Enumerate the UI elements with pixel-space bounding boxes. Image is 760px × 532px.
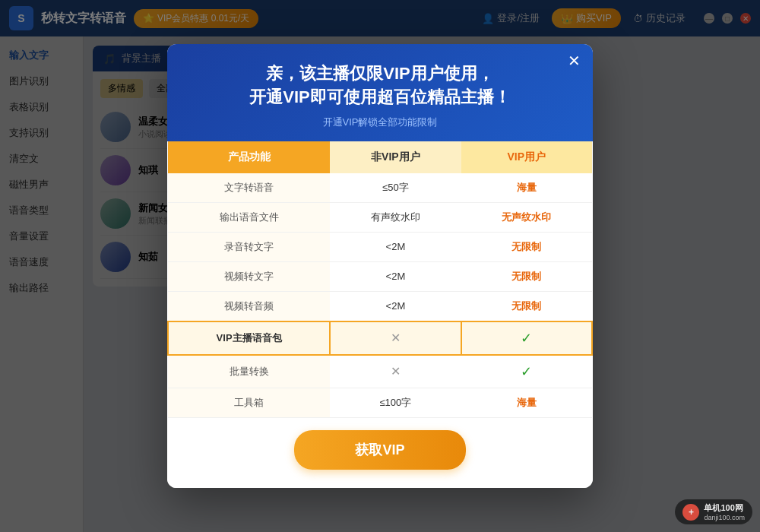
vip-cell: 无声纹水印 — [461, 202, 592, 232]
vip-modal: ✕ 亲，该主播仅限VIP用户使用， 开通VIP即可使用超百位精品主播！ 开通VI… — [167, 44, 593, 488]
non-vip-cell: 有声纹水印 — [330, 202, 461, 232]
non-vip-cell: <2M — [330, 232, 461, 261]
vip-cell: 无限制 — [461, 291, 592, 321]
col-header-vip: VIP用户 — [461, 141, 592, 173]
vip-cell: 无限制 — [461, 261, 592, 291]
feature-cell: 批量转换 — [168, 355, 330, 388]
non-vip-cell: ✕ — [330, 321, 461, 355]
table-row: 输出语音文件有声纹水印无声纹水印 — [168, 202, 592, 232]
feature-cell: VIP主播语音包 — [168, 321, 330, 355]
col-header-non-vip: 非VIP用户 — [330, 141, 461, 173]
vip-cell: 无限制 — [461, 232, 592, 261]
non-vip-cell: ≤50字 — [330, 173, 461, 203]
feature-cell: 工具箱 — [168, 388, 330, 417]
vip-cell: ✓ — [461, 355, 592, 388]
feature-cell: 文字转语音 — [168, 173, 330, 203]
watermark-text: 单机100网 danji100.com — [704, 502, 745, 521]
feature-cell: 视频转音频 — [168, 291, 330, 321]
table-header-row: 产品功能 非VIP用户 VIP用户 — [168, 141, 592, 173]
modal-body: 产品功能 非VIP用户 VIP用户 文字转语音≤50字海量输出语音文件有声纹水印… — [167, 141, 593, 418]
app-window: S 秒转文字转语音 ⭐ VIP会员特惠 0.01元/天 👤 登录/注册 👑 购买… — [0, 0, 760, 532]
vip-cell: ✓ — [461, 321, 592, 355]
table-row: 文字转语音≤50字海量 — [168, 173, 592, 203]
non-vip-cell: <2M — [330, 291, 461, 321]
watermark: + 单机100网 danji100.com — [675, 499, 752, 524]
feature-cell: 录音转文字 — [168, 232, 330, 261]
table-row: 视频转文字<2M无限制 — [168, 261, 592, 291]
non-vip-cell: ≤100字 — [330, 388, 461, 417]
table-row: 工具箱≤100字海量 — [168, 388, 592, 417]
col-header-feature: 产品功能 — [168, 141, 330, 173]
table-row: 录音转文字<2M无限制 — [168, 232, 592, 261]
modal-title: 亲，该主播仅限VIP用户使用， 开通VIP即可使用超百位精品主播！ — [185, 62, 575, 109]
non-vip-cell: <2M — [330, 261, 461, 291]
modal-footer: 获取VIP — [167, 418, 593, 488]
feature-cell: 视频转文字 — [168, 261, 330, 291]
non-vip-cell: ✕ — [330, 355, 461, 388]
modal-header: 亲，该主播仅限VIP用户使用， 开通VIP即可使用超百位精品主播！ 开通VIP解… — [167, 44, 593, 141]
modal-subtitle: 开通VIP解锁全部功能限制 — [185, 116, 575, 129]
table-row: 批量转换✕✓ — [168, 355, 592, 388]
table-row: VIP主播语音包✕✓ — [168, 321, 592, 355]
watermark-icon: + — [682, 504, 699, 521]
feature-cell: 输出语音文件 — [168, 202, 330, 232]
modal-overlay: ✕ 亲，该主播仅限VIP用户使用， 开通VIP即可使用超百位精品主播！ 开通VI… — [0, 0, 760, 532]
get-vip-button[interactable]: 获取VIP — [294, 430, 465, 470]
vip-cell: 海量 — [461, 173, 592, 203]
modal-close-button[interactable]: ✕ — [568, 53, 581, 68]
vip-cell: 海量 — [461, 388, 592, 417]
comparison-table: 产品功能 非VIP用户 VIP用户 文字转语音≤50字海量输出语音文件有声纹水印… — [167, 141, 593, 418]
table-row: 视频转音频<2M无限制 — [168, 291, 592, 321]
